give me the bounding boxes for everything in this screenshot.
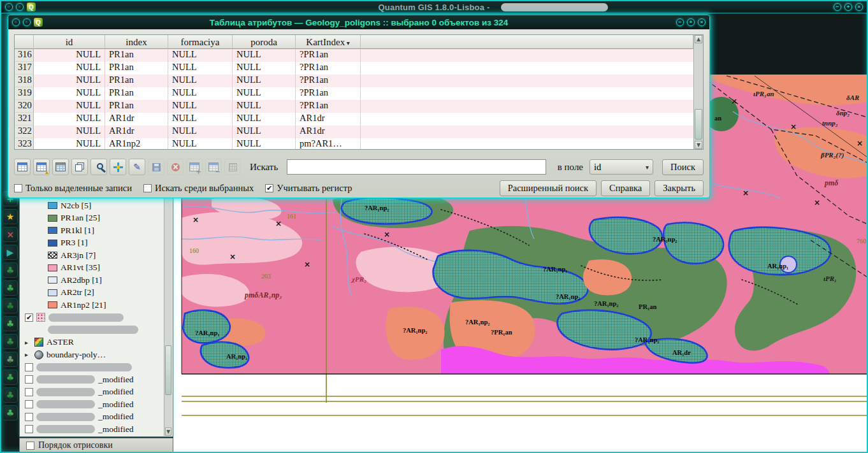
legend-class-pr1an[interactable]: PR1an [25] (20, 212, 164, 225)
legend-class-n2cb[interactable]: N2cb [5] (20, 199, 164, 212)
toggle-editing-icon[interactable]: ✎ (129, 159, 145, 175)
rock-symbol: × (742, 189, 749, 198)
digitize-tool-icon-9[interactable]: ♣ (3, 405, 18, 421)
zoom-to-selection-icon[interactable] (90, 159, 107, 175)
expand-icon[interactable]: ▸ (25, 339, 31, 346)
digitize-tool-icon-5[interactable]: ♣ (3, 334, 18, 349)
legend-class-ar3jn[interactable]: AR3jn [7] (20, 249, 164, 262)
column-header[interactable]: poroda (233, 35, 296, 49)
legend-class-pr1kl[interactable]: PR1kl [1] (20, 224, 164, 237)
map-label: ?AR₁np₂ (594, 300, 618, 307)
digitize-tool-icon-7[interactable]: ♣ (3, 370, 18, 385)
copy-rows-icon[interactable] (71, 159, 88, 175)
checkbox[interactable] (14, 184, 22, 192)
field-calculator-icon[interactable] (224, 159, 241, 175)
select-tool-icon[interactable]: ▶ (3, 245, 18, 260)
layer-item-modified-2[interactable]: _modified (20, 386, 164, 399)
checkbox[interactable] (265, 184, 273, 192)
layer-item-aster[interactable]: ▸ASTER (20, 336, 164, 349)
scroll-down-icon[interactable]: ▼ (165, 428, 171, 436)
draw-order-checkbox[interactable] (26, 442, 34, 450)
help-button[interactable]: Справка (601, 180, 650, 196)
delete-selected-icon[interactable] (167, 159, 184, 175)
layer-checkbox[interactable] (25, 375, 33, 384)
digitize-tool-icon-1[interactable]: ♣ (3, 262, 18, 278)
advanced-search-button[interactable]: Расширенный поиск (500, 180, 597, 196)
layer-item-redacted-2[interactable] (20, 361, 164, 374)
delete-tool-icon[interactable]: × (3, 227, 18, 242)
table-scrollbar[interactable]: ▲ ▼ (693, 35, 703, 149)
legend-class-ar1np2[interactable]: AR1np2 [21] (20, 299, 164, 312)
dialog-minimize-icon[interactable]: − (676, 18, 684, 26)
move-selection-to-top-icon[interactable]: ▴ (33, 159, 50, 175)
table-row[interactable]: 320NULLPR1anNULLNULL?PR1an (15, 100, 693, 113)
digitize-tool-icon-8[interactable]: ♣ (3, 387, 18, 403)
layer-checkbox[interactable] (25, 313, 33, 322)
unselect-all-icon[interactable] (14, 159, 31, 175)
dialog-close-icon[interactable]: × (698, 18, 705, 26)
column-header[interactable]: id (34, 35, 105, 49)
legend-class-pr3[interactable]: PR3 [1] (20, 237, 164, 250)
table-cell: PR1an (105, 49, 168, 62)
layer-label: AR2dbp [1] (61, 275, 102, 285)
legend-class-ar2tr[interactable]: AR2tr [2] (20, 287, 164, 299)
table-cell (361, 62, 693, 75)
digitize-tool-icon-4[interactable]: ♣ (3, 316, 18, 331)
close-button[interactable]: Закрыть (655, 180, 704, 196)
invert-selection-icon[interactable] (52, 159, 69, 175)
column-header[interactable]: index (105, 35, 168, 49)
digitize-tool-icon-3[interactable]: ♣ (3, 298, 18, 313)
table-row[interactable]: 317NULLPR1anNULLNULL?PR1an (15, 62, 693, 75)
delete-column-icon[interactable]: − (205, 159, 222, 175)
legend-class-ar2dbp[interactable]: AR2dbp [1] (20, 274, 164, 287)
layer-checkbox[interactable] (25, 388, 33, 396)
dialog-shade-icon[interactable]: ◦ (23, 18, 31, 26)
layer-checkbox[interactable] (25, 413, 33, 421)
close-icon[interactable]: × (855, 3, 863, 11)
layer-checkbox[interactable] (25, 425, 33, 433)
table-row[interactable]: 316NULLPR1anNULLNULL?PR1an (15, 49, 693, 62)
column-header[interactable]: formaciya (168, 35, 233, 49)
scrollbar-thumb[interactable] (695, 109, 702, 140)
dialog-pin-icon[interactable]: ◦ (12, 18, 20, 26)
scroll-up-icon[interactable]: ▲ (695, 35, 702, 43)
layer-checkbox[interactable] (25, 400, 33, 408)
bookmark-tool-icon[interactable]: ★ (3, 209, 18, 224)
checkbox[interactable] (143, 184, 152, 192)
layers-scrollbar[interactable]: ▼ (164, 198, 172, 436)
table-row[interactable]: 321NULLAR1drNULLNULLAR1dr (15, 113, 693, 126)
table-row[interactable]: 322NULLAR1drNULLNULLAR1dr (15, 126, 693, 138)
layer-item-boundary[interactable]: ▸boundary-poly… (20, 349, 164, 361)
rock-symbol: × (857, 139, 863, 148)
digitize-tool-icon-6[interactable]: ♣ (3, 352, 18, 367)
scroll-down-icon[interactable]: ▼ (695, 141, 702, 149)
legend-class-ar1vt[interactable]: AR1vt [35] (20, 262, 164, 275)
window-pin-icon[interactable]: ◦ (16, 3, 24, 11)
search-button[interactable]: Поиск (662, 159, 704, 175)
table-row[interactable]: 319NULLPR1anNULLNULL?PR1an (15, 87, 693, 100)
layer-item-modified-4[interactable]: _modified (20, 411, 164, 424)
new-column-icon[interactable]: + (186, 159, 203, 175)
pan-to-selection-icon[interactable] (110, 159, 126, 175)
digitize-tool-icon-2[interactable]: ♣ (3, 280, 18, 296)
dialog-maximize-icon[interactable]: + (687, 18, 695, 26)
layer-item-modified-3[interactable]: _modified (20, 398, 164, 411)
layer-item-modified-1[interactable]: _modified (20, 373, 164, 386)
layer-item-modified-5[interactable]: _modified (20, 423, 164, 436)
layer-item-redacted[interactable] (20, 312, 164, 324)
layer-checkbox[interactable] (25, 363, 33, 371)
maximize-icon[interactable]: + (844, 3, 852, 11)
table-row[interactable]: 323NULLAR1np2NULLNULLpm?AR1… (15, 138, 693, 149)
legend-entry-redacted[interactable] (20, 324, 164, 336)
window-menu-icon[interactable]: ◦ (5, 3, 13, 11)
minimize-icon[interactable]: − (834, 3, 841, 11)
scrollbar-thumb[interactable] (165, 345, 171, 395)
search-input[interactable] (287, 159, 546, 175)
field-select[interactable]: id ▾ (590, 159, 653, 175)
save-edits-icon[interactable] (148, 159, 164, 175)
map-label: ?AR₁np₁ (195, 329, 219, 336)
table-row[interactable]: 318NULLPR1anNULLNULL?PR1an (15, 75, 693, 87)
expand-icon[interactable]: ▸ (25, 351, 31, 358)
column-header (361, 35, 693, 49)
column-header[interactable]: KartIndex ▾ (296, 35, 361, 49)
